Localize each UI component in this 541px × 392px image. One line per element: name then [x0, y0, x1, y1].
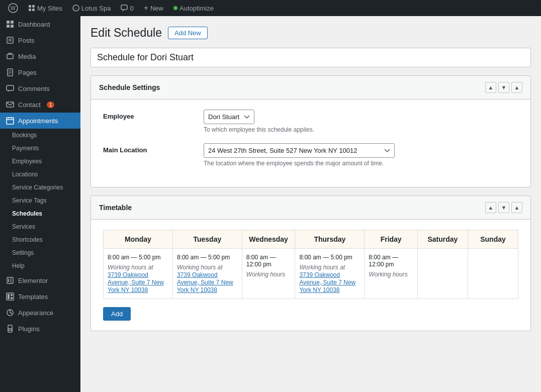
timetable-header: Timetable ▲ ▼ ▲	[91, 196, 530, 220]
monday-time: 8:00 am — 5:00 pm	[108, 254, 168, 261]
sidebar-item-service-tags[interactable]: Service Tags	[6, 194, 80, 207]
sidebar-posts-label: Posts	[18, 37, 35, 44]
sidebar-item-comments[interactable]: Comments	[0, 80, 80, 96]
sidebar-item-plugins[interactable]: Plugins	[0, 321, 80, 337]
thursday-working-hours: Working hours at	[299, 264, 360, 271]
sidebar-item-payments[interactable]: Payments	[6, 142, 80, 155]
sidebar-plugins-label: Plugins	[18, 325, 40, 333]
add-new-button[interactable]: Add New	[168, 27, 208, 39]
svg-rect-2	[29, 5, 31, 8]
friday-time: 8:00 am — 12:00 pm	[369, 254, 413, 268]
autoptimize-button[interactable]: Autoptimize	[169, 0, 218, 16]
sidebar-item-appointments[interactable]: Appointments	[0, 113, 80, 129]
panel-up-button[interactable]: ▲	[485, 82, 496, 93]
sidebar-comments-label: Comments	[18, 85, 50, 92]
sidebar-item-templates[interactable]: Templates	[0, 288, 80, 305]
timetable-body: Monday Tuesday Wednesday Thursday Friday…	[91, 220, 530, 331]
timetable-cell-monday[interactable]: 8:00 am — 5:00 pm Working hours at 3739 …	[104, 249, 173, 299]
timetable-header-row: Monday Tuesday Wednesday Thursday Friday…	[104, 230, 518, 249]
sidebar-settings-label: Settings	[12, 249, 34, 256]
location-select[interactable]: 24 West 27th Street, Suite 527 New York …	[204, 143, 395, 158]
svg-text:W: W	[11, 6, 16, 11]
sidebar-item-shortcodes[interactable]: Shortcodes	[6, 233, 80, 246]
schedule-settings-header: Schedule Settings ▲ ▼ ▲	[91, 76, 530, 100]
sidebar-pages-label: Pages	[18, 69, 37, 76]
timetable-up-button[interactable]: ▲	[485, 202, 496, 213]
sidebar-templates-label: Templates	[18, 293, 48, 301]
day-header-monday: Monday	[104, 230, 173, 249]
sidebar-appearance-label: Appearance	[18, 309, 53, 317]
comments-button[interactable]: 0	[117, 0, 137, 16]
sidebar-item-service-categories[interactable]: Service Categories	[6, 181, 80, 194]
timetable-cell-friday[interactable]: 8:00 am — 12:00 pm Working hours	[365, 249, 418, 299]
svg-rect-12	[11, 25, 14, 28]
timetable-panel-controls: ▲ ▼ ▲	[485, 202, 522, 213]
sidebar-item-locations[interactable]: Locations	[6, 168, 80, 181]
sidebar-item-employees[interactable]: Employees	[6, 155, 80, 168]
timetable-cell-tuesday[interactable]: 8:00 am — 5:00 pm Working hours at 3739 …	[172, 249, 242, 299]
employee-row: Employee Dori Stuart To which employee t…	[103, 110, 518, 133]
thursday-location-link[interactable]: 3739 Oakwood Avenue, Suite 7 New York NY…	[299, 271, 355, 293]
sidebar-item-help[interactable]: Help	[6, 259, 80, 272]
day-header-thursday: Thursday	[295, 230, 365, 249]
friday-working-hours: Working hours	[369, 271, 413, 278]
sidebar-payments-label: Payments	[12, 145, 39, 152]
panel-controls: ▲ ▼ ▲	[485, 82, 522, 93]
employee-select[interactable]: Dori Stuart	[204, 110, 254, 124]
sidebar-item-contact[interactable]: Contact 1	[0, 96, 80, 113]
timetable-cell-sunday[interactable]	[468, 249, 518, 299]
schedule-name-input[interactable]	[91, 48, 531, 67]
employee-field: Dori Stuart To which employee this sched…	[204, 110, 518, 133]
timetable-collapse-button[interactable]: ▲	[511, 202, 522, 213]
employee-hint: To which employee this schedule applies.	[204, 126, 518, 133]
panel-down-button[interactable]: ▼	[498, 82, 509, 93]
sidebar-locations-label: Locations	[12, 171, 38, 178]
timetable-cell-thursday[interactable]: 8:00 am — 5:00 pm Working hours at 3739 …	[295, 249, 365, 299]
svg-rect-35	[11, 297, 13, 299]
sidebar-item-services[interactable]: Services	[6, 220, 80, 233]
new-button[interactable]: + New	[140, 0, 167, 16]
sidebar-bookings-label: Bookings	[12, 132, 37, 139]
sidebar-shortcodes-label: Shortcodes	[12, 236, 43, 243]
timetable-down-button[interactable]: ▼	[498, 202, 509, 213]
add-button[interactable]: Add	[103, 307, 131, 321]
schedule-settings-panel: Schedule Settings ▲ ▼ ▲ Employee Dori St…	[91, 75, 531, 187]
site-name-button[interactable]: ⌂ Lotus Spa	[68, 0, 115, 16]
sidebar-dashboard-label: Dashboard	[18, 21, 50, 28]
sidebar-services-label: Services	[12, 223, 35, 230]
svg-rect-22	[7, 102, 14, 107]
timetable-cell-wednesday[interactable]: 8:00 am — 12:00 pm Working hours	[242, 249, 295, 299]
sidebar-item-media[interactable]: Media	[0, 48, 80, 64]
svg-rect-37	[8, 325, 12, 330]
tuesday-location-link[interactable]: 3739 Oakwood Avenue, Suite 7 New York NY…	[177, 271, 233, 293]
autoptimize-dot-icon	[173, 6, 177, 10]
day-header-friday: Friday	[365, 230, 418, 249]
sidebar-item-schedules[interactable]: Schedules	[6, 207, 80, 220]
day-header-tuesday: Tuesday	[172, 230, 242, 249]
sidebar-item-dashboard[interactable]: Dashboard	[0, 16, 80, 32]
sidebar-service-tags-label: Service Tags	[12, 197, 46, 204]
sidebar-item-bookings[interactable]: Bookings	[6, 129, 80, 142]
sidebar-appointments-label: Appointments	[18, 117, 58, 125]
timetable-cell-saturday[interactable]	[417, 249, 468, 299]
new-label: New	[150, 5, 163, 12]
sidebar-item-appearance[interactable]: Appearance	[0, 305, 80, 321]
main-content: Edit Schedule Add New Schedule Settings …	[80, 16, 541, 392]
location-row: Main Location 24 West 27th Street, Suite…	[103, 143, 518, 167]
sidebar-item-settings[interactable]: Settings	[6, 246, 80, 259]
tuesday-time: 8:00 am — 5:00 pm	[177, 254, 238, 261]
sidebar-item-pages[interactable]: Pages	[0, 64, 80, 80]
wp-logo-button[interactable]: W	[4, 0, 22, 16]
sidebar-item-elementor[interactable]: Elementor	[0, 272, 80, 288]
wednesday-time: 8:00 am — 12:00 pm	[246, 254, 291, 268]
svg-rect-9	[7, 21, 10, 24]
panel-collapse-button[interactable]: ▲	[511, 82, 522, 93]
svg-rect-4	[29, 9, 31, 11]
page-title: Edit Schedule	[91, 26, 162, 40]
svg-text:⌂: ⌂	[74, 7, 76, 10]
monday-location-link[interactable]: 3739 Oakwood Avenue, Suite 7 New York NY…	[108, 271, 164, 293]
timetable-table: Monday Tuesday Wednesday Thursday Friday…	[103, 230, 518, 299]
plus-icon: +	[144, 4, 148, 13]
sidebar-item-posts[interactable]: Posts	[0, 32, 80, 48]
my-sites-button[interactable]: My Sites	[24, 0, 66, 16]
